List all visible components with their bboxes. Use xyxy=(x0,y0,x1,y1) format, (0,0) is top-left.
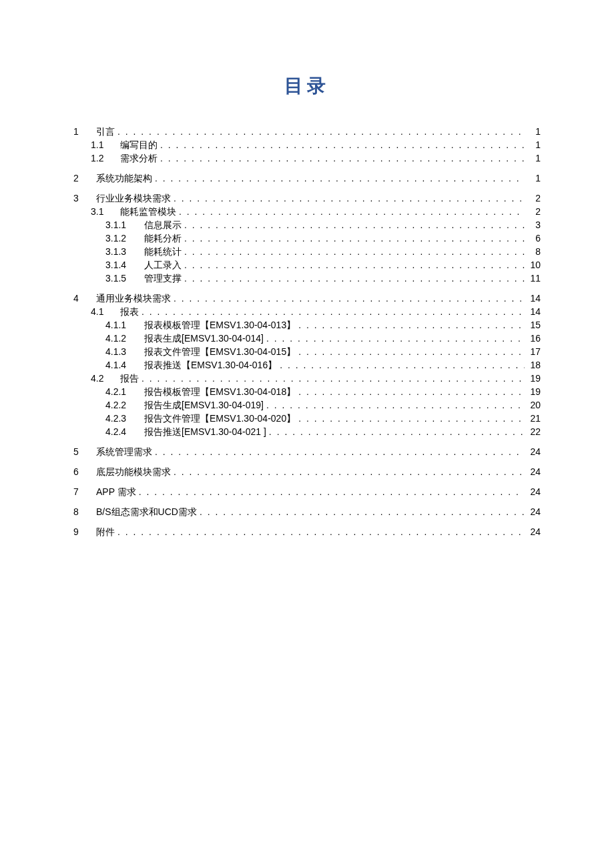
toc-leader-dots xyxy=(171,294,525,303)
toc-entry-number: 3.1.3 xyxy=(105,247,144,256)
toc-entry-label: 底层功能模块需求 xyxy=(96,467,171,476)
toc-entry-number: 4.1.2 xyxy=(105,334,144,343)
toc-entry-page: 8 xyxy=(525,247,541,256)
toc-entry[interactable]: 4.2报告19 xyxy=(73,374,541,383)
toc-leader-dots xyxy=(264,400,525,410)
toc-entry[interactable]: 8B/S组态需求和UCD需求24 xyxy=(73,507,541,516)
toc-entry-label: APP 需求 xyxy=(96,487,136,496)
toc-leader-dots xyxy=(171,193,525,203)
toc-entry-label: 行业业务模块需求 xyxy=(96,193,171,203)
toc-entry-page: 24 xyxy=(525,487,541,496)
toc-entry-label: 信息展示 xyxy=(144,220,182,230)
toc-entry-page: 1 xyxy=(525,140,541,149)
toc-entry-label: 能耗分析 xyxy=(144,234,182,243)
toc-entry[interactable]: 4通用业务模块需求14 xyxy=(73,294,541,303)
toc-entry-number: 4.1 xyxy=(91,307,120,316)
toc-entry[interactable]: 4.2.4报告推送[EMSV1.30-04-021 ]22 xyxy=(73,427,541,436)
toc-entry-label: 报告 xyxy=(120,374,139,383)
toc-entry-page: 24 xyxy=(525,527,541,536)
toc-entry-page: 24 xyxy=(525,507,541,516)
toc-entry[interactable]: 3.1.1信息展示3 xyxy=(73,220,541,230)
toc-entry-page: 20 xyxy=(525,400,541,410)
toc-entry-label: 需求分析 xyxy=(120,153,158,163)
toc-entry-page: 1 xyxy=(525,173,541,183)
toc-entry[interactable]: 4.1报表14 xyxy=(73,307,541,316)
toc-entry[interactable]: 4.1.3报表文件管理【EMSV1.30-04-015】17 xyxy=(73,347,541,356)
toc-entry[interactable]: 3.1能耗监管模块2 xyxy=(73,207,541,216)
toc-entry-label: 报告文件管理【EMSV1.30-04-020】 xyxy=(144,414,296,423)
toc-entry-label: 系统管理需求 xyxy=(96,447,152,456)
toc-entry[interactable]: 9附件24 xyxy=(73,527,541,536)
toc-entry[interactable]: 1引言1 xyxy=(73,127,541,136)
toc-entry-page: 15 xyxy=(525,320,541,330)
toc-entry-page: 22 xyxy=(525,427,541,436)
toc-entry-number: 7 xyxy=(73,487,96,496)
toc-entry-label: 报表推送【EMSV1.30-04-016】 xyxy=(144,360,277,370)
toc-entry[interactable]: 3.1.4人工录入10 xyxy=(73,260,541,270)
toc-entry-label: 引言 xyxy=(96,127,115,136)
toc-leader-dots xyxy=(296,387,525,396)
toc-entry[interactable]: 3.1.2能耗分析6 xyxy=(73,234,541,243)
toc-entry[interactable]: 4.1.4报表推送【EMSV1.30-04-016】18 xyxy=(73,360,541,370)
toc-entry-number: 4.2.1 xyxy=(105,387,144,396)
toc-leader-dots xyxy=(296,347,525,356)
toc-leader-dots xyxy=(115,127,525,136)
toc-entry-number: 3 xyxy=(73,193,96,203)
toc-leader-dots xyxy=(152,447,525,456)
toc-entry-label: 附件 xyxy=(96,527,115,536)
toc-leader-dots xyxy=(296,414,525,423)
toc-entry[interactable]: 2系统功能架构1 xyxy=(73,173,541,183)
toc-entry[interactable]: 4.1.1报表模板管理【EMSV1.30-04-013】15 xyxy=(73,320,541,330)
toc-entry-number: 3.1 xyxy=(91,207,120,216)
toc-entry-page: 21 xyxy=(525,414,541,423)
toc-leader-dots xyxy=(182,247,525,256)
toc-entry-number: 1.1 xyxy=(91,140,120,149)
toc-entry-number: 9 xyxy=(73,527,96,536)
toc-entry-page: 17 xyxy=(525,347,541,356)
toc-entry-page: 18 xyxy=(525,360,541,370)
toc-entry[interactable]: 3行业业务模块需求2 xyxy=(73,193,541,203)
toc-entry-number: 3.1.2 xyxy=(105,234,144,243)
toc-entry-page: 14 xyxy=(525,307,541,316)
toc-entry[interactable]: 4.2.3报告文件管理【EMSV1.30-04-020】21 xyxy=(73,414,541,423)
toc-leader-dots xyxy=(158,153,525,163)
toc-entry-number: 4.1.3 xyxy=(105,347,144,356)
toc-entry[interactable]: 4.2.2报告生成[EMSV1.30-04-019]20 xyxy=(73,400,541,410)
toc-entry-number: 1 xyxy=(73,127,96,136)
toc-entry-page: 24 xyxy=(525,467,541,476)
toc-entry-label: 人工录入 xyxy=(144,260,182,270)
toc-entry[interactable]: 5系统管理需求24 xyxy=(73,447,541,456)
toc-entry[interactable]: 6底层功能模块需求24 xyxy=(73,467,541,476)
toc-entry[interactable]: 1.2需求分析1 xyxy=(73,153,541,163)
toc-entry-page: 1 xyxy=(525,153,541,163)
toc-entry-label: 管理支撑 xyxy=(144,274,182,283)
toc-leader-dots xyxy=(115,527,525,536)
toc-entry-number: 4.2.4 xyxy=(105,427,144,436)
toc-leader-dots xyxy=(182,234,525,243)
toc-entry-number: 2 xyxy=(73,173,96,183)
toc-entry-page: 6 xyxy=(525,234,541,243)
toc-entry-number: 4.2.2 xyxy=(105,400,144,410)
toc-entry[interactable]: 3.1.3能耗统计8 xyxy=(73,247,541,256)
toc-entry-number: 4.2 xyxy=(91,374,120,383)
toc-entry[interactable]: 7APP 需求24 xyxy=(73,487,541,496)
toc-entry[interactable]: 4.1.2报表生成[EMSV1.30-04-014]16 xyxy=(73,334,541,343)
toc-entry-label: 报表模板管理【EMSV1.30-04-013】 xyxy=(144,320,296,330)
toc-leader-dots xyxy=(296,320,525,330)
toc-leader-dots xyxy=(264,334,525,343)
toc-entry[interactable]: 4.2.1报告模板管理【EMSV1.30-04-018】19 xyxy=(73,387,541,396)
toc-entry-number: 4 xyxy=(73,294,96,303)
toc-leader-dots xyxy=(136,487,525,496)
toc-entry-label: 报表 xyxy=(120,307,139,316)
toc-entry-label: 系统功能架构 xyxy=(96,173,152,183)
toc-entry-page: 1 xyxy=(525,127,541,136)
toc-entry-number: 6 xyxy=(73,467,96,476)
toc-leader-dots xyxy=(152,173,525,183)
toc-entry-page: 2 xyxy=(525,207,541,216)
toc-entry[interactable]: 3.1.5管理支撑11 xyxy=(73,274,541,283)
toc-entry-label: 能耗监管模块 xyxy=(120,207,176,216)
toc-entry-number: 4.1.4 xyxy=(105,360,144,370)
toc-entry[interactable]: 1.1编写目的1 xyxy=(73,140,541,149)
toc-entry-number: 4.2.3 xyxy=(105,414,144,423)
toc-entry-label: 编写目的 xyxy=(120,140,158,149)
